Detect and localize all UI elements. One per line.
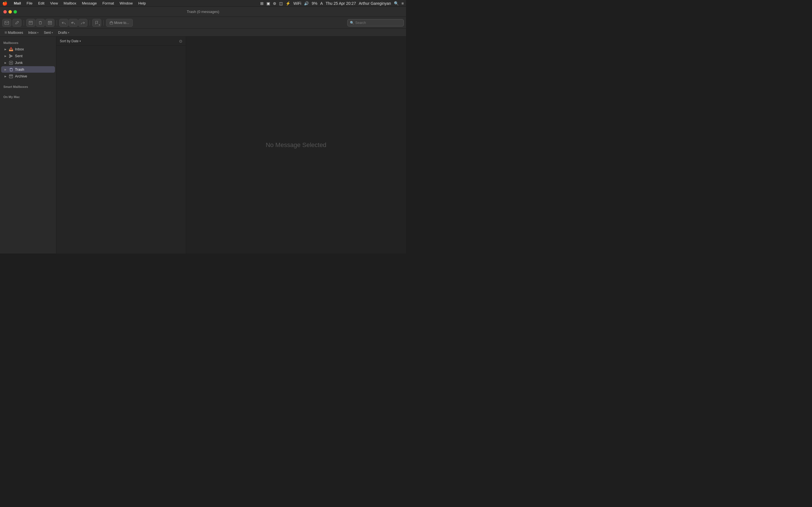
search-icon: 🔍 — [350, 21, 354, 25]
sent-chevron-icon: ▾ — [52, 31, 53, 34]
junk-icon — [9, 61, 13, 65]
no-message-label: No Message Selected — [266, 142, 326, 149]
menubar-app[interactable]: Mail — [13, 1, 21, 5]
move-to-button[interactable]: Move to... — [106, 19, 133, 27]
get-mail-button[interactable] — [2, 19, 11, 27]
on-my-mac-section-label: On My Mac — [0, 93, 56, 100]
archive-button[interactable] — [26, 19, 35, 27]
message-list-body — [56, 46, 186, 253]
menubar-window[interactable]: Window — [119, 1, 133, 5]
menubar-message[interactable]: Message — [81, 1, 97, 5]
menubar-help[interactable]: Help — [138, 1, 147, 5]
archive-icon — [9, 74, 13, 78]
filter-icon[interactable]: ⊙ — [179, 39, 183, 43]
sidebar-item-trash[interactable]: ▶ Trash — [1, 66, 55, 73]
fav-mailboxes-label: Mailboxes — [8, 31, 23, 35]
favorites-bar: ⊞ Mailboxes Inbox ▾ Sent ▾ Drafts ▾ — [0, 29, 406, 37]
drafts-chevron-icon: ▾ — [68, 31, 69, 34]
fav-drafts[interactable]: Drafts ▾ — [56, 30, 71, 35]
trash-label: Trash — [15, 67, 24, 71]
reply-button[interactable] — [59, 19, 68, 27]
menubar-edit[interactable]: Edit — [38, 1, 45, 5]
trash-expand-arrow: ▶ — [4, 68, 6, 71]
sidebar-item-archive[interactable]: ▶ Archive — [1, 73, 55, 79]
mailboxes-section-label: Mailboxes — [0, 39, 56, 46]
user-label: Arthur Gareginyan — [359, 1, 391, 6]
menubar: 🍎 Mail File Edit View Mailbox Message Fo… — [0, 0, 406, 7]
fav-drafts-label: Drafts — [58, 31, 67, 35]
flag-button[interactable]: ▼ — [92, 19, 101, 27]
display-icon[interactable]: ◫ — [279, 1, 283, 6]
toolbar-separator-2 — [57, 20, 57, 25]
menubar-format[interactable]: Format — [102, 1, 114, 5]
menubar-mailbox[interactable]: Mailbox — [63, 1, 77, 5]
toolbar-separator-4 — [103, 20, 104, 25]
archive-expand-arrow: ▶ — [4, 75, 6, 78]
wifi-icon[interactable]: WiFi — [293, 1, 301, 6]
apple-menu[interactable]: 🍎 — [2, 1, 8, 6]
volume-icon[interactable]: 🔊 — [304, 1, 309, 6]
menubar-view[interactable]: View — [50, 1, 59, 5]
smart-mailboxes-section-label: Smart Mailboxes — [0, 83, 56, 90]
message-list-header: Sort by Date ▾ ⊙ — [56, 37, 186, 46]
svg-rect-3 — [48, 22, 52, 24]
time-machine-icon[interactable]: ⊚ — [273, 1, 276, 6]
datetime-label: Thu 25 Apr 20:27 — [326, 1, 356, 6]
junk-expand-arrow: ▶ — [4, 61, 6, 64]
svg-rect-0 — [5, 21, 9, 24]
reading-pane: No Message Selected — [186, 37, 406, 253]
fav-inbox-label: Inbox — [28, 31, 36, 35]
password-icon[interactable]: A — [320, 1, 323, 6]
fav-sent-label: Sent — [44, 31, 51, 35]
notification-icon[interactable]: ≡ — [402, 1, 404, 6]
inbox-icon: 📥 — [9, 47, 13, 51]
inbox-expand-arrow: ▶ — [4, 48, 6, 51]
sort-button[interactable]: Sort by Date ▾ — [60, 39, 81, 43]
sidebar: Mailboxes ▶ 📥 Inbox ▶ Sent ▶ Jun — [0, 37, 56, 253]
window-controls — [3, 10, 17, 13]
menubar-file[interactable]: File — [26, 1, 33, 5]
trash-icon — [9, 68, 13, 71]
screen-mirror-icon[interactable]: ▣ — [266, 1, 270, 6]
fav-sent[interactable]: Sent ▾ — [42, 30, 55, 35]
bluetooth-icon[interactable]: ⚡ — [286, 1, 290, 6]
junk-label: Junk — [15, 61, 22, 65]
mailboxes-grid-icon: ⊞ — [4, 31, 7, 34]
compose-button[interactable] — [12, 19, 21, 27]
forward-button[interactable] — [79, 19, 87, 27]
menubar-left: 🍎 Mail File Edit View Mailbox Message Fo… — [2, 1, 146, 6]
sent-label: Sent — [15, 54, 22, 58]
close-button[interactable] — [3, 10, 7, 13]
sort-chevron-icon: ▾ — [80, 40, 81, 43]
reply-all-button[interactable] — [69, 19, 78, 27]
delete-button[interactable] — [36, 19, 45, 27]
search-input[interactable] — [355, 21, 401, 25]
svg-rect-5 — [110, 22, 113, 24]
titlebar: Trash (0 messages) — [0, 7, 406, 17]
erase-button[interactable] — [45, 19, 54, 27]
toolbar: ▼ Move to... 🔍 — [0, 17, 406, 29]
fav-inbox[interactable]: Inbox ▾ — [26, 30, 41, 35]
move-to-label: Move to... — [114, 21, 129, 25]
sidebar-item-sent[interactable]: ▶ Sent — [1, 53, 55, 59]
minimize-button[interactable] — [8, 10, 12, 13]
maximize-button[interactable] — [13, 10, 17, 13]
toolbar-separator-3 — [90, 20, 90, 25]
sent-expand-arrow: ▶ — [4, 55, 6, 57]
message-list: Sort by Date ▾ ⊙ — [56, 37, 186, 253]
sidebar-item-inbox[interactable]: ▶ 📥 Inbox — [1, 46, 55, 52]
search-icon[interactable]: 🔍 — [394, 1, 399, 6]
main-layout: Mailboxes ▶ 📥 Inbox ▶ Sent ▶ Jun — [0, 37, 406, 253]
svg-rect-4 — [48, 21, 52, 22]
window-title: Trash (0 messages) — [187, 10, 219, 14]
battery-label: 9% — [312, 1, 317, 6]
inbox-label: Inbox — [15, 47, 24, 51]
control-center-icon[interactable]: ⊞ — [260, 1, 264, 6]
archive-label: Archive — [15, 74, 27, 78]
sidebar-item-junk[interactable]: ▶ Junk — [1, 59, 55, 66]
svg-rect-1 — [29, 22, 33, 24]
inbox-chevron-icon: ▾ — [37, 31, 39, 34]
search-box[interactable]: 🔍 — [347, 19, 404, 26]
fav-mailboxes[interactable]: ⊞ Mailboxes — [2, 30, 26, 35]
svg-rect-8 — [9, 75, 13, 75]
